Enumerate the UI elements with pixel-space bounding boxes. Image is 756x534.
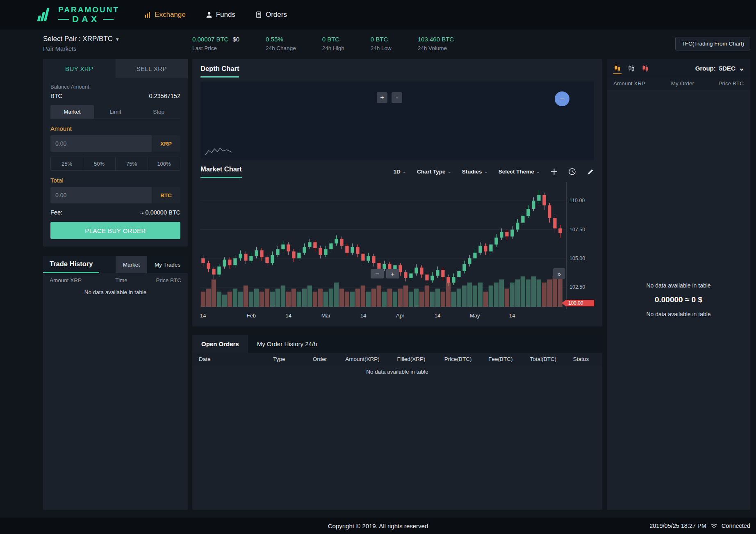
column-header: My Order	[662, 80, 703, 87]
percent-50-button[interactable]: 50%	[83, 157, 115, 170]
depth-chart-area[interactable]: + - −	[200, 82, 594, 160]
chart-scroll-latest-button[interactable]: »	[553, 268, 565, 279]
brand-line-right	[103, 19, 114, 20]
pair-markets-link[interactable]: Pair Markets	[43, 46, 182, 52]
bids-empty: No data available in table	[646, 311, 710, 317]
book-view-asks-icon[interactable]	[627, 62, 635, 74]
trade-history-tab-my-trades[interactable]: My Trades	[147, 256, 188, 273]
chart-zoom-in-button[interactable]: +	[386, 269, 399, 278]
clock-icon[interactable]	[568, 168, 576, 176]
top-navbar: PARAMOUNT DAX Exchange Funds	[0, 0, 756, 30]
column-header: Date	[199, 356, 256, 362]
interval-dropdown[interactable]: 1D ⌄	[394, 169, 406, 175]
select-pair-dropdown[interactable]: Select Pair : XRP/BTC ▾	[43, 35, 182, 43]
svg-text:Mar: Mar	[321, 313, 331, 319]
percent-100-button[interactable]: 100%	[148, 157, 180, 170]
svg-text:102.50: 102.50	[569, 284, 585, 290]
stat-24h-low: 0 BTC 24h Low	[371, 36, 392, 51]
brand-name-bottom: DAX	[72, 15, 100, 24]
chevron-down-icon: ⌄	[739, 64, 745, 73]
column-header: Type	[256, 356, 302, 362]
stat-extra: $0	[232, 36, 239, 43]
column-header: Price(BTC)	[435, 356, 481, 362]
market-chart-title: Market Chart	[200, 165, 242, 178]
nav-item-label: Orders	[266, 11, 287, 19]
theme-dropdown[interactable]: Select Theme ⌄	[499, 169, 540, 175]
market-stats: 0.00007 BTC$0 Last Price 0.55% 24h Chang…	[192, 36, 454, 51]
column-header: Status	[566, 356, 596, 362]
select-pair-label: Select Pair : XRP/BTC	[43, 35, 113, 43]
chevron-down-icon: ⌄	[536, 169, 540, 174]
nav-item-label: Exchange	[155, 11, 186, 19]
group-label: Group:	[695, 65, 716, 72]
tfc-button[interactable]: TFC(Trading From Chart)	[675, 37, 750, 50]
group-select[interactable]: Group: 5DEC ⌄	[695, 64, 745, 73]
order-type-tab-stop[interactable]: Stop	[137, 105, 180, 119]
book-view-both-icon[interactable]	[613, 62, 622, 74]
depth-sparkline-icon	[205, 146, 233, 158]
column-header: Amount XRP	[50, 277, 101, 283]
svg-text:14: 14	[360, 313, 366, 319]
column-header: Filled(XRP)	[387, 356, 435, 362]
open-orders-panel: Open Orders My Order History 24/h DateTy…	[192, 335, 602, 510]
nav-item-label: Funds	[216, 11, 235, 19]
svg-text:105.00: 105.00	[569, 256, 585, 261]
nav-item-orders[interactable]: Orders	[255, 11, 287, 19]
book-view-bids-icon[interactable]	[641, 62, 649, 74]
nav-item-exchange[interactable]: Exchange	[144, 11, 186, 19]
chart-type-dropdown[interactable]: Chart Type ⌄	[417, 169, 451, 175]
total-input[interactable]	[50, 187, 152, 203]
svg-text:Feb: Feb	[247, 313, 256, 319]
stat-value: 0.55%	[266, 36, 283, 43]
mid-price-value: 0.00000 ≈ 0 $	[655, 295, 702, 304]
svg-text:100.00: 100.00	[568, 300, 583, 306]
sell-tab[interactable]: SELL XRP	[116, 59, 188, 78]
trade-panel: BUY XRP SELL XRP Balance Amount: BTC 0.2…	[43, 59, 188, 246]
depth-zoom-in-button[interactable]: +	[377, 92, 387, 103]
main-content: BUY XRP SELL XRP Balance Amount: BTC 0.2…	[0, 57, 756, 510]
svg-text:May: May	[470, 313, 480, 319]
depth-zoom-out-button[interactable]: -	[392, 92, 402, 103]
svg-text:14: 14	[435, 313, 440, 319]
brand-logo[interactable]: PARAMOUNT DAX	[36, 6, 119, 24]
order-type-tab-market[interactable]: Market	[50, 105, 94, 119]
amount-input[interactable]	[50, 135, 152, 152]
total-label: Total	[50, 177, 180, 184]
svg-text:14: 14	[286, 313, 291, 319]
svg-text:14: 14	[509, 313, 515, 319]
open-orders-tab[interactable]: Open Orders	[192, 335, 248, 353]
chevron-down-icon: ⌄	[448, 169, 451, 174]
chart-zoom-out-button[interactable]: −	[371, 269, 384, 278]
add-chart-icon[interactable]	[551, 168, 558, 175]
stat-label: 24h Volume	[418, 45, 454, 51]
studies-dropdown[interactable]: Studies ⌄	[462, 169, 488, 175]
orders-icon	[255, 11, 262, 18]
interval-value: 1D	[394, 169, 401, 175]
depth-collapse-button[interactable]: −	[555, 91, 569, 106]
depth-chart-title: Depth Chart	[200, 65, 239, 78]
svg-text:110.00: 110.00	[569, 198, 585, 203]
funds-icon	[205, 11, 213, 18]
stat-value: 0 BTC	[322, 36, 340, 43]
percent-75-button[interactable]: 75%	[115, 157, 148, 170]
stat-24h-volume: 103.460 BTC 24h Volume	[418, 36, 454, 51]
footer: Copyright © 2019. All rights reserved 20…	[0, 518, 756, 534]
candlestick-chart[interactable]: 110.00107.50105.00102.5014Feb14Mar14Apr1…	[200, 182, 594, 321]
nav-item-funds[interactable]: Funds	[205, 11, 235, 19]
balance-currency: BTC	[50, 93, 62, 99]
order-type-tab-limit[interactable]: Limit	[94, 105, 137, 119]
charts-panel: Depth Chart + - − Market Chart 1D ⌄	[192, 59, 602, 326]
market-summary-bar: Select Pair : XRP/BTC ▾ Pair Markets 0.0…	[0, 30, 756, 57]
percent-25-button[interactable]: 25%	[51, 157, 83, 170]
order-history-tab[interactable]: My Order History 24/h	[248, 335, 326, 353]
open-orders-empty: No data available in table	[192, 365, 602, 375]
column-header: Fee(BTC)	[481, 356, 520, 362]
buy-tab[interactable]: BUY XRP	[43, 59, 116, 78]
copyright-text: Copyright © 2019. All rights reserved	[328, 523, 428, 529]
draw-pencil-icon[interactable]	[587, 168, 594, 176]
amount-suffix: XRP	[152, 135, 180, 152]
trade-history-tab-market[interactable]: Market	[116, 256, 147, 273]
chevron-down-icon: ▾	[116, 36, 119, 42]
column-header: Price BTC	[141, 277, 181, 283]
place-buy-order-button[interactable]: PLACE BUY ORDER	[50, 222, 180, 239]
